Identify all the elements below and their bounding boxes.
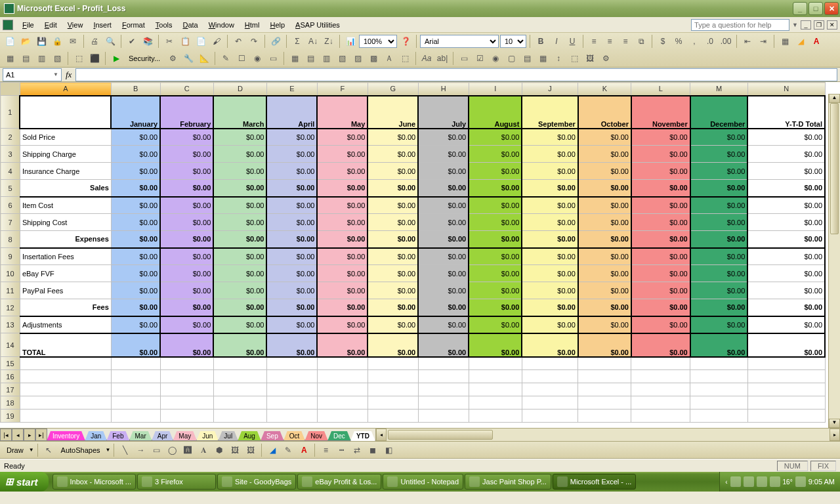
data-cell[interactable]: $0.00 (747, 146, 825, 163)
row-header-1[interactable]: 1 (1, 96, 20, 129)
empty-cell[interactable] (690, 396, 748, 410)
shadow-icon[interactable]: ◼ (366, 443, 380, 457)
row-label-cell[interactable]: Fees (20, 299, 111, 316)
paste-icon[interactable]: 📄 (194, 34, 208, 49)
menu-insert[interactable]: Insert (88, 20, 117, 30)
data-cell[interactable]: $0.00 (690, 214, 748, 231)
data-cell[interactable]: $0.00 (160, 333, 213, 357)
sheet-tab-inventory[interactable]: Inventory (47, 431, 85, 441)
data-cell[interactable]: $0.00 (418, 248, 469, 265)
horizontal-scroll-thumb[interactable] (388, 430, 493, 440)
control-toolbox-icon[interactable]: 🔧 (181, 51, 196, 66)
data-cell[interactable]: $0.00 (368, 129, 418, 146)
tray-temperature[interactable]: 16° (783, 478, 793, 486)
data-cell[interactable]: $0.00 (160, 180, 213, 197)
empty-cell[interactable] (578, 396, 631, 410)
empty-cell[interactable] (747, 370, 825, 383)
data-cell[interactable]: $0.00 (368, 197, 418, 214)
data-cell[interactable]: $0.00 (111, 146, 160, 163)
minimize-button[interactable]: _ (793, 2, 807, 15)
data-cell[interactable]: $0.00 (111, 333, 160, 357)
data-cell[interactable]: $0.00 (469, 180, 522, 197)
data-cell[interactable]: $0.00 (160, 146, 213, 163)
tb2-icon[interactable]: ⬚ (72, 51, 86, 66)
data-cell[interactable]: $0.00 (111, 248, 160, 265)
doc-restore-button[interactable]: ❐ (814, 20, 824, 30)
empty-cell[interactable] (747, 357, 825, 370)
data-cell[interactable]: $0.00 (631, 180, 690, 197)
row-label-cell[interactable]: Expenses (20, 231, 111, 248)
data-cell[interactable]: $0.00 (368, 265, 418, 282)
data-cell[interactable]: $0.00 (522, 248, 578, 265)
empty-cell[interactable] (578, 383, 631, 396)
empty-cell[interactable] (213, 396, 266, 410)
data-cell[interactable]: $0.00 (522, 231, 578, 248)
row-label-cell[interactable]: Insurance Charge (20, 163, 111, 180)
fx-icon[interactable]: fx (66, 70, 72, 80)
forms-icon[interactable]: 🖼 (583, 51, 597, 66)
worksheet-grid[interactable]: ABCDEFGHIJKLMN1JanuaryFebruaryMarchApril… (0, 82, 840, 429)
empty-cell[interactable] (747, 396, 825, 410)
tab-nav-first-icon[interactable]: |◂ (0, 429, 12, 441)
data-cell[interactable]: $0.00 (578, 146, 631, 163)
system-tray[interactable]: ‹ 16° 9:05 AM (719, 472, 840, 492)
empty-cell[interactable] (111, 396, 160, 410)
data-cell[interactable]: $0.00 (213, 163, 266, 180)
forms-icon[interactable]: ▩ (366, 51, 381, 66)
row-header-18[interactable]: 18 (1, 396, 20, 410)
row-label-cell[interactable]: Sales (20, 180, 111, 197)
empty-cell[interactable] (631, 370, 690, 383)
data-cell[interactable]: $0.00 (578, 197, 631, 214)
empty-cell[interactable] (522, 383, 578, 396)
close-button[interactable]: ✕ (824, 2, 839, 15)
data-cell[interactable]: $0.00 (160, 299, 213, 316)
menu-help[interactable]: Help (264, 20, 290, 30)
empty-cell[interactable] (469, 410, 522, 423)
line-style-icon[interactable]: ≡ (318, 443, 333, 457)
wordart-icon[interactable]: 𝐀 (196, 443, 211, 457)
row-label-cell[interactable]: Shipping Cost (20, 214, 111, 231)
data-cell[interactable]: $0.00 (631, 316, 690, 333)
doc-close-button[interactable]: ✕ (827, 20, 837, 30)
tab-nav-prev-icon[interactable]: ◂ (12, 429, 24, 441)
data-cell[interactable]: $0.00 (368, 299, 418, 316)
print-icon[interactable]: 🖨 (87, 34, 102, 49)
forms-icon[interactable]: ▭ (266, 51, 280, 66)
permission-icon[interactable]: 🔒 (50, 34, 64, 49)
help-icon[interactable]: ❓ (398, 34, 413, 49)
empty-cell[interactable] (266, 357, 317, 370)
data-cell[interactable]: $0.00 (631, 282, 690, 299)
forms-icon[interactable]: ⬚ (398, 51, 412, 66)
data-cell[interactable]: $0.00 (690, 248, 748, 265)
menu-view[interactable]: View (62, 20, 89, 30)
name-box[interactable]: A1 ▼ (3, 68, 62, 81)
row-label-cell[interactable]: Sold Price (20, 129, 111, 146)
empty-cell[interactable] (418, 410, 469, 423)
empty-cell[interactable] (160, 383, 213, 396)
data-cell[interactable]: $0.00 (266, 231, 317, 248)
month-header-cell[interactable]: June (368, 96, 418, 129)
arrow-style-icon[interactable]: ⇄ (350, 443, 364, 457)
sheet-tab-feb[interactable]: Feb (106, 431, 129, 441)
row-header-15[interactable]: 15 (1, 357, 20, 370)
row-label-cell[interactable]: PayPal Fees (20, 282, 111, 299)
picture-icon[interactable]: 🖼 (243, 443, 258, 457)
empty-cell[interactable] (418, 370, 469, 383)
taskbar-item[interactable]: Inbox - Microsoft ... (52, 474, 136, 490)
empty-cell[interactable] (690, 410, 748, 423)
data-cell[interactable]: $0.00 (213, 333, 266, 357)
data-cell[interactable]: $0.00 (578, 231, 631, 248)
data-cell[interactable]: $0.00 (266, 214, 317, 231)
tb2-icon[interactable]: ▦ (3, 51, 17, 66)
empty-cell[interactable] (213, 370, 266, 383)
data-cell[interactable]: $0.00 (111, 129, 160, 146)
empty-cell[interactable] (469, 370, 522, 383)
data-cell[interactable]: $0.00 (631, 231, 690, 248)
horizontal-scrollbar[interactable]: ◂ ▸ (375, 429, 840, 441)
col-header-L[interactable]: L (631, 83, 690, 96)
taskbar-item[interactable]: Jasc Paint Shop P... (465, 474, 551, 490)
menu-data[interactable]: Data (177, 20, 203, 30)
data-cell[interactable]: $0.00 (578, 214, 631, 231)
align-center-icon[interactable]: ≡ (602, 34, 617, 49)
row-label-cell[interactable]: Item Cost (20, 197, 111, 214)
